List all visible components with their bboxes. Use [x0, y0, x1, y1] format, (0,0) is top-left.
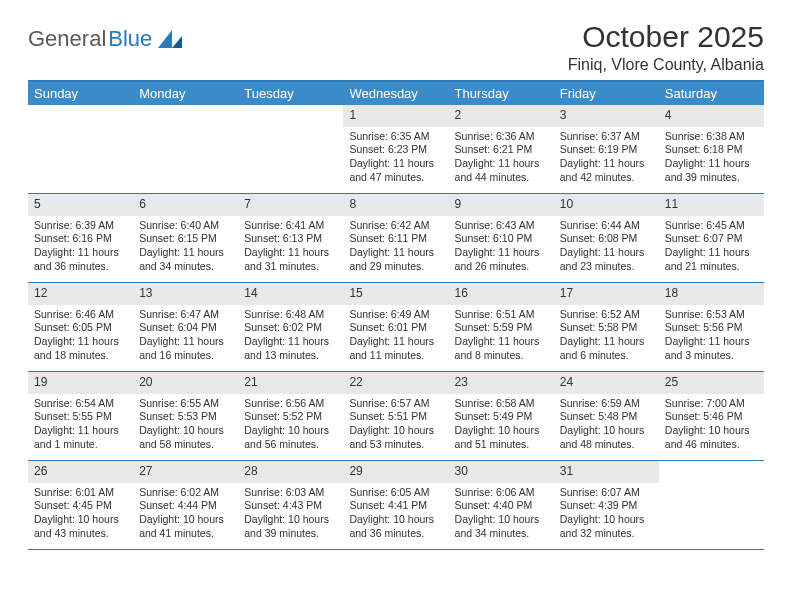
- day-cell: 1Sunrise: 6:35 AMSunset: 6:23 PMDaylight…: [343, 105, 448, 194]
- day-number: 4: [659, 105, 764, 127]
- dow-label: Tuesday: [238, 82, 343, 105]
- dow-label: Saturday: [659, 82, 764, 105]
- day-number: 27: [133, 461, 238, 483]
- empty-cell: [133, 105, 238, 194]
- day-cell: 26Sunrise: 6:01 AMSunset: 4:45 PMDayligh…: [28, 461, 133, 550]
- day-number: 31: [554, 461, 659, 483]
- day-cell: 5Sunrise: 6:39 AMSunset: 6:16 PMDaylight…: [28, 194, 133, 283]
- day-cell: 23Sunrise: 6:58 AMSunset: 5:49 PMDayligh…: [449, 372, 554, 461]
- day-details: Sunrise: 6:57 AMSunset: 5:51 PMDaylight:…: [343, 394, 448, 458]
- day-cell: 22Sunrise: 6:57 AMSunset: 5:51 PMDayligh…: [343, 372, 448, 461]
- day-number: 22: [343, 372, 448, 394]
- dow-label: Monday: [133, 82, 238, 105]
- day-cell: 11Sunrise: 6:45 AMSunset: 6:07 PMDayligh…: [659, 194, 764, 283]
- day-number: 10: [554, 194, 659, 216]
- day-cell: 13Sunrise: 6:47 AMSunset: 6:04 PMDayligh…: [133, 283, 238, 372]
- month-title: October 2025: [568, 20, 764, 54]
- day-number: 5: [28, 194, 133, 216]
- day-cell: 25Sunrise: 7:00 AMSunset: 5:46 PMDayligh…: [659, 372, 764, 461]
- day-number: 15: [343, 283, 448, 305]
- logo-text-1: General: [28, 26, 106, 52]
- dow-label: Thursday: [449, 82, 554, 105]
- day-cell: 28Sunrise: 6:03 AMSunset: 4:43 PMDayligh…: [238, 461, 343, 550]
- day-details: Sunrise: 6:39 AMSunset: 6:16 PMDaylight:…: [28, 216, 133, 280]
- day-cell: 7Sunrise: 6:41 AMSunset: 6:13 PMDaylight…: [238, 194, 343, 283]
- day-cell: 24Sunrise: 6:59 AMSunset: 5:48 PMDayligh…: [554, 372, 659, 461]
- calendar-grid: 1Sunrise: 6:35 AMSunset: 6:23 PMDaylight…: [28, 105, 764, 550]
- day-cell: 10Sunrise: 6:44 AMSunset: 6:08 PMDayligh…: [554, 194, 659, 283]
- day-number: 24: [554, 372, 659, 394]
- day-details: Sunrise: 6:46 AMSunset: 6:05 PMDaylight:…: [28, 305, 133, 369]
- day-details: Sunrise: 6:44 AMSunset: 6:08 PMDaylight:…: [554, 216, 659, 280]
- day-number: 7: [238, 194, 343, 216]
- day-details: Sunrise: 6:36 AMSunset: 6:21 PMDaylight:…: [449, 127, 554, 191]
- day-cell: 14Sunrise: 6:48 AMSunset: 6:02 PMDayligh…: [238, 283, 343, 372]
- day-cell: 8Sunrise: 6:42 AMSunset: 6:11 PMDaylight…: [343, 194, 448, 283]
- empty-cell: [238, 105, 343, 194]
- day-number: 19: [28, 372, 133, 394]
- day-number: 29: [343, 461, 448, 483]
- day-cell: 29Sunrise: 6:05 AMSunset: 4:41 PMDayligh…: [343, 461, 448, 550]
- day-details: Sunrise: 6:02 AMSunset: 4:44 PMDaylight:…: [133, 483, 238, 547]
- day-number: 16: [449, 283, 554, 305]
- logo-mark-icon: [158, 30, 182, 48]
- day-details: Sunrise: 6:43 AMSunset: 6:10 PMDaylight:…: [449, 216, 554, 280]
- day-cell: 9Sunrise: 6:43 AMSunset: 6:10 PMDaylight…: [449, 194, 554, 283]
- day-cell: 15Sunrise: 6:49 AMSunset: 6:01 PMDayligh…: [343, 283, 448, 372]
- day-number: 26: [28, 461, 133, 483]
- day-details: Sunrise: 6:52 AMSunset: 5:58 PMDaylight:…: [554, 305, 659, 369]
- day-number: 8: [343, 194, 448, 216]
- day-details: Sunrise: 6:40 AMSunset: 6:15 PMDaylight:…: [133, 216, 238, 280]
- day-cell: 27Sunrise: 6:02 AMSunset: 4:44 PMDayligh…: [133, 461, 238, 550]
- logo: GeneralBlue: [28, 26, 182, 52]
- day-details: Sunrise: 6:58 AMSunset: 5:49 PMDaylight:…: [449, 394, 554, 458]
- day-details: Sunrise: 6:06 AMSunset: 4:40 PMDaylight:…: [449, 483, 554, 547]
- day-number: 11: [659, 194, 764, 216]
- day-details: Sunrise: 6:53 AMSunset: 5:56 PMDaylight:…: [659, 305, 764, 369]
- day-cell: 30Sunrise: 6:06 AMSunset: 4:40 PMDayligh…: [449, 461, 554, 550]
- day-details: Sunrise: 6:05 AMSunset: 4:41 PMDaylight:…: [343, 483, 448, 547]
- day-cell: 19Sunrise: 6:54 AMSunset: 5:55 PMDayligh…: [28, 372, 133, 461]
- day-cell: 18Sunrise: 6:53 AMSunset: 5:56 PMDayligh…: [659, 283, 764, 372]
- day-cell: 6Sunrise: 6:40 AMSunset: 6:15 PMDaylight…: [133, 194, 238, 283]
- day-cell: 31Sunrise: 6:07 AMSunset: 4:39 PMDayligh…: [554, 461, 659, 550]
- dow-label: Sunday: [28, 82, 133, 105]
- day-number: 9: [449, 194, 554, 216]
- day-number: 1: [343, 105, 448, 127]
- day-cell: 20Sunrise: 6:55 AMSunset: 5:53 PMDayligh…: [133, 372, 238, 461]
- day-details: Sunrise: 6:51 AMSunset: 5:59 PMDaylight:…: [449, 305, 554, 369]
- day-details: Sunrise: 6:45 AMSunset: 6:07 PMDaylight:…: [659, 216, 764, 280]
- day-details: Sunrise: 6:38 AMSunset: 6:18 PMDaylight:…: [659, 127, 764, 191]
- day-details: Sunrise: 6:01 AMSunset: 4:45 PMDaylight:…: [28, 483, 133, 547]
- day-details: Sunrise: 7:00 AMSunset: 5:46 PMDaylight:…: [659, 394, 764, 458]
- day-number: 13: [133, 283, 238, 305]
- day-number: 23: [449, 372, 554, 394]
- day-details: Sunrise: 6:49 AMSunset: 6:01 PMDaylight:…: [343, 305, 448, 369]
- day-number: 25: [659, 372, 764, 394]
- day-details: Sunrise: 6:03 AMSunset: 4:43 PMDaylight:…: [238, 483, 343, 547]
- day-details: Sunrise: 6:48 AMSunset: 6:02 PMDaylight:…: [238, 305, 343, 369]
- location-text: Finiq, Vlore County, Albania: [568, 56, 764, 74]
- day-number: 30: [449, 461, 554, 483]
- day-number: 18: [659, 283, 764, 305]
- day-details: Sunrise: 6:54 AMSunset: 5:55 PMDaylight:…: [28, 394, 133, 458]
- day-number: 12: [28, 283, 133, 305]
- day-details: Sunrise: 6:42 AMSunset: 6:11 PMDaylight:…: [343, 216, 448, 280]
- day-details: Sunrise: 6:56 AMSunset: 5:52 PMDaylight:…: [238, 394, 343, 458]
- day-cell: 21Sunrise: 6:56 AMSunset: 5:52 PMDayligh…: [238, 372, 343, 461]
- day-number: 6: [133, 194, 238, 216]
- dow-label: Wednesday: [343, 82, 448, 105]
- day-number: 2: [449, 105, 554, 127]
- day-cell: 16Sunrise: 6:51 AMSunset: 5:59 PMDayligh…: [449, 283, 554, 372]
- dow-label: Friday: [554, 82, 659, 105]
- day-number: 3: [554, 105, 659, 127]
- day-cell: 12Sunrise: 6:46 AMSunset: 6:05 PMDayligh…: [28, 283, 133, 372]
- day-details: Sunrise: 6:55 AMSunset: 5:53 PMDaylight:…: [133, 394, 238, 458]
- day-cell: 4Sunrise: 6:38 AMSunset: 6:18 PMDaylight…: [659, 105, 764, 194]
- day-details: Sunrise: 6:07 AMSunset: 4:39 PMDaylight:…: [554, 483, 659, 547]
- day-number: 20: [133, 372, 238, 394]
- day-details: Sunrise: 6:37 AMSunset: 6:19 PMDaylight:…: [554, 127, 659, 191]
- day-number: 28: [238, 461, 343, 483]
- day-number: 14: [238, 283, 343, 305]
- day-cell: 3Sunrise: 6:37 AMSunset: 6:19 PMDaylight…: [554, 105, 659, 194]
